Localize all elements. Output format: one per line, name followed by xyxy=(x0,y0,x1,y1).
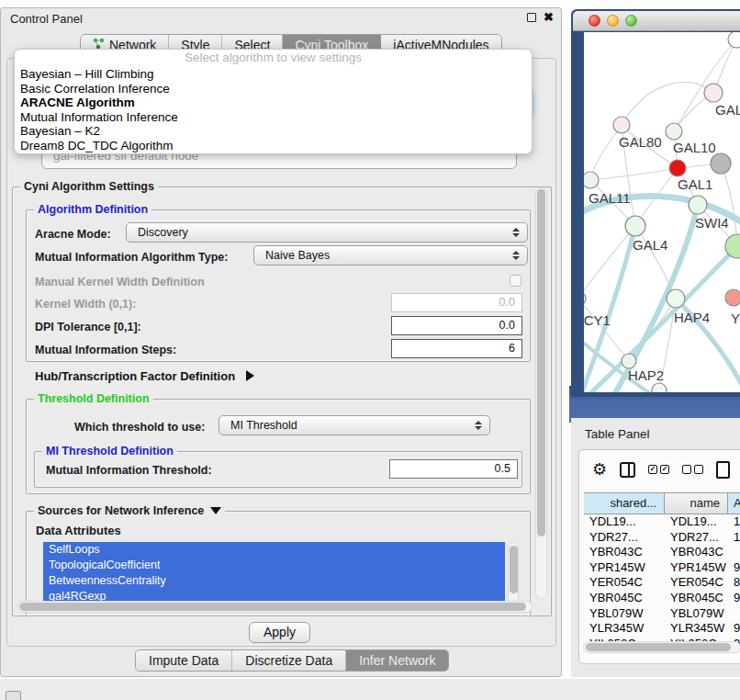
mi-algorithm-type-label: Mutual Information Algorithm Type: xyxy=(35,251,228,264)
algorithm-option[interactable]: Mutual Information Inference xyxy=(15,110,532,125)
settings-horizontal-scrollbar[interactable] xyxy=(17,601,533,613)
node-label-gal10: GAL10 xyxy=(673,140,716,155)
network-node[interactable] xyxy=(704,84,723,102)
node-label-gcy1: GCY1 xyxy=(584,312,611,328)
table-row[interactable]: YDL19... YDL19... 13 xyxy=(584,514,740,530)
cell: YDR27... xyxy=(584,530,665,546)
settings-group-title: Cyni Algorithm Settings xyxy=(20,180,158,193)
algorithm-option-selected[interactable]: ARACNE Algorithm xyxy=(15,96,532,110)
select-all-columns-icon[interactable]: ✓✓ xyxy=(648,465,669,474)
cell: YBR045C xyxy=(584,591,665,606)
combo-arrows-icon xyxy=(511,228,520,237)
status-strip xyxy=(0,679,740,700)
network-node[interactable] xyxy=(613,117,630,133)
node-label-gal11: GAL11 xyxy=(589,190,631,206)
tab-impute-data[interactable]: Impute Data xyxy=(136,650,232,671)
table-panel-body: ⚙ ✓✓ shared... name A YDL19... YD xyxy=(578,449,740,664)
kernel-width-label: Kernel Width (0,1): xyxy=(35,298,136,310)
network-window-titlebar[interactable] xyxy=(573,11,740,31)
network-node[interactable] xyxy=(625,216,645,236)
node-label-y-cropped: Y xyxy=(731,310,740,326)
network-canvas[interactable]: GAL80 GAL10 GAL1 GAL11 SWI4 GAL4 HAP4 HA… xyxy=(584,32,740,392)
algorithm-option[interactable]: Dream8 DC_TDC Algorithm xyxy=(15,139,532,153)
network-node[interactable] xyxy=(666,123,682,140)
cell: YDL19... xyxy=(665,514,728,530)
column-header-name[interactable]: name xyxy=(665,493,728,514)
algorithm-option[interactable]: Bayesian – Hill Climbing xyxy=(15,67,532,82)
column-header-shared-name[interactable]: shared... xyxy=(584,493,665,514)
cell: YLR345W xyxy=(665,621,728,637)
cell: YPR145W xyxy=(665,560,728,576)
algorithm-option[interactable]: Bayesian – K2 xyxy=(15,124,532,139)
algorithm-placeholder: Select algorithm to view settings xyxy=(15,50,532,67)
kernel-width-input[interactable]: 0.0 xyxy=(391,293,522,312)
algorithm-option[interactable]: Basic Correlation Inference xyxy=(15,82,532,96)
hub-factor-section[interactable]: Hub/Transcription Factor Definition xyxy=(35,369,254,383)
tab-infer-network[interactable]: Infer Network xyxy=(346,650,448,671)
tab-discretize-data[interactable]: Discretize Data xyxy=(232,650,346,671)
which-threshold-combo[interactable]: MI Threshold xyxy=(219,415,490,435)
deselect-all-columns-icon[interactable] xyxy=(682,465,703,474)
network-node[interactable] xyxy=(584,172,599,188)
restore-panel-icon[interactable] xyxy=(6,691,21,700)
table-horizontal-scrollbar[interactable] xyxy=(583,641,740,653)
gear-icon[interactable]: ⚙ xyxy=(592,460,607,479)
table-row[interactable]: YPR145W YPR145W 9. xyxy=(584,560,740,576)
manual-kernel-width-checkbox[interactable] xyxy=(510,275,521,287)
network-node-selected[interactable] xyxy=(669,160,686,176)
aracne-mode-combo[interactable]: Discovery xyxy=(126,222,528,243)
table-row[interactable]: YER054C YER054C 8. xyxy=(584,575,740,591)
mi-algorithm-type-combo[interactable]: Naive Bayes xyxy=(253,245,528,265)
list-scrollbar[interactable] xyxy=(508,542,519,608)
cell: 13 xyxy=(728,514,740,530)
column-header-cropped[interactable]: A xyxy=(728,493,740,514)
network-node[interactable] xyxy=(689,196,707,214)
application-screen: Control Panel ✖ Network Style xyxy=(0,0,740,700)
network-node[interactable] xyxy=(711,153,731,174)
node-label-gal80: GAL80 xyxy=(619,134,662,150)
network-node[interactable] xyxy=(584,291,586,306)
mi-algorithm-type-value: Naive Bayes xyxy=(265,249,511,262)
mi-steps-input[interactable]: 6 xyxy=(391,339,522,358)
close-icon[interactable]: ✖ xyxy=(544,10,554,24)
sources-title: Sources for Network Inference xyxy=(38,504,204,517)
minimize-traffic-light-icon[interactable] xyxy=(607,15,619,27)
document-icon[interactable] xyxy=(716,461,730,479)
network-node[interactable] xyxy=(725,289,740,306)
network-node[interactable] xyxy=(728,32,740,48)
apply-button[interactable]: Apply xyxy=(249,622,310,643)
node-label-gal-cropped: GAL xyxy=(715,102,740,118)
data-attributes-list[interactable]: SelfLoops TopologicalCoefficient Between… xyxy=(43,542,505,608)
list-item[interactable]: TopologicalCoefficient xyxy=(43,558,505,573)
zoom-traffic-light-icon[interactable] xyxy=(625,15,637,27)
cell: YBR045C xyxy=(665,591,728,606)
network-node[interactable] xyxy=(667,289,685,308)
node-label-hap4: HAP4 xyxy=(674,310,710,325)
cell: 12 xyxy=(728,530,740,546)
cell: 9. xyxy=(728,591,740,606)
mi-steps-label: Mutual Information Steps: xyxy=(35,344,176,356)
network-node[interactable] xyxy=(622,354,636,368)
sources-title-row[interactable]: Sources for Network Inference xyxy=(34,504,225,517)
table-row[interactable]: YBR043C YBR043C xyxy=(584,545,740,560)
float-window-icon[interactable] xyxy=(527,13,536,22)
node-label-swi4: SWI4 xyxy=(695,215,729,231)
control-panel-window: Control Panel ✖ Network Style xyxy=(0,7,562,677)
table-row[interactable]: YBR045C YBR045C 9. xyxy=(584,591,740,606)
columns-icon[interactable] xyxy=(620,462,635,478)
network-node[interactable] xyxy=(652,383,667,392)
cell: YBL079W xyxy=(584,606,665,622)
table-panel-title: Table Panel xyxy=(585,427,650,441)
cell: YDR27... xyxy=(665,530,728,546)
settings-vertical-scrollbar[interactable] xyxy=(535,187,547,599)
table-row[interactable]: YBL079W YBL079W xyxy=(584,606,740,622)
close-traffic-light-icon[interactable] xyxy=(589,15,600,27)
dpi-tolerance-input[interactable]: 0.0 xyxy=(391,316,522,335)
list-item[interactable]: BetweennessCentrality xyxy=(43,573,505,589)
mi-threshold-input[interactable]: 0.5 xyxy=(389,459,518,479)
threshold-definition-title: Threshold Definition xyxy=(34,392,153,405)
table-row[interactable]: YDR27... YDR27... 12 xyxy=(584,530,740,546)
cell xyxy=(728,606,740,622)
list-item[interactable]: SelfLoops xyxy=(43,542,505,558)
table-row[interactable]: YLR345W YLR345W 9. xyxy=(584,621,740,637)
